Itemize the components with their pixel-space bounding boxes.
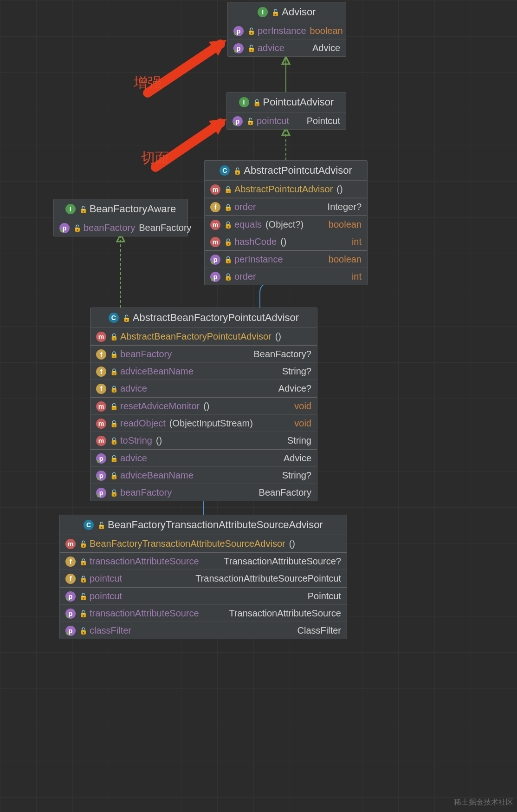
- member-type: void: [294, 401, 311, 412]
- members: m🔓AbstractPointcutAdvisor()f🔒orderIntege…: [205, 181, 367, 285]
- member-name: hashCode: [234, 236, 277, 247]
- member-name: perInstance: [234, 254, 283, 265]
- member-row: f🔒pointcutTransactionAttributeSourcePoin…: [60, 570, 347, 587]
- member-name: adviceBeanName: [120, 366, 194, 377]
- member-row: p🔓pointcutPointcut: [227, 112, 346, 129]
- member-type: TransactionAttributeSource: [229, 608, 341, 619]
- member-type: void: [294, 418, 311, 429]
- member-type: String: [287, 435, 311, 446]
- unlock-icon: 🔓: [247, 45, 254, 51]
- member-name: advice: [258, 43, 284, 53]
- annotation-aspect: 切面: [141, 149, 169, 168]
- member-name: advice: [120, 383, 147, 394]
- member-name: pointcut: [257, 116, 289, 126]
- member-type: Pointcut: [307, 116, 340, 126]
- member-row: m🔓readObject(ObjectInputStream)void: [90, 415, 317, 432]
- class-name: PointcutAdvisor: [263, 96, 334, 108]
- class-title: I 🔓 BeanFactoryAware: [54, 199, 187, 219]
- member-name: beanFactory: [120, 349, 172, 360]
- class-name: AbstractPointcutAdvisor: [244, 164, 352, 177]
- svg-marker-3: [209, 40, 226, 56]
- member-type: Advice: [284, 453, 311, 464]
- lock-icon: 🔓: [253, 99, 259, 105]
- member-type: BeanFactory: [139, 223, 191, 233]
- member-name: resetAdviceMonitor: [120, 401, 200, 412]
- params: (ObjectInputStream): [169, 418, 253, 429]
- method-icon: m: [96, 332, 106, 342]
- member-name: equals: [234, 219, 262, 230]
- params: (): [203, 401, 209, 412]
- member-type: boolean: [329, 219, 362, 230]
- field-icon: f: [65, 557, 76, 567]
- lock-icon: 🔓: [79, 206, 86, 212]
- class-abfpa: C 🔓 AbstractBeanFactoryPointcutAdvisor m…: [90, 308, 317, 501]
- member-name: transactionAttributeSource: [90, 608, 199, 619]
- member-name: advice: [120, 453, 147, 464]
- member-row: f🔒adviceBeanNameString?: [90, 363, 317, 380]
- method-icon: m: [96, 401, 106, 412]
- members: m🔓BeanFactoryTransactionAttributeSourceA…: [60, 535, 347, 639]
- members: p🔓beanFactoryBeanFactory: [54, 219, 187, 236]
- unlock-icon: 🔓: [224, 273, 231, 280]
- member-type: boolean: [329, 254, 362, 265]
- member-type: String?: [282, 366, 311, 377]
- unlock-icon: 🔓: [110, 489, 116, 496]
- class-name: Advisor: [282, 6, 316, 18]
- unlock-icon: 🔓: [110, 420, 116, 426]
- member-row: m🔓AbstractBeanFactoryPointcutAdvisor(): [90, 328, 317, 345]
- member-type: String?: [282, 470, 311, 481]
- member-type: BeanFactory?: [253, 349, 311, 360]
- member-type: ClassFilter: [297, 625, 341, 636]
- class-name: AbstractBeanFactoryPointcutAdvisor: [133, 312, 299, 324]
- unlock-icon: 🔓: [79, 540, 86, 547]
- lock-icon: 🔒: [110, 368, 116, 374]
- member-row: p🔓adviceAdvice: [90, 449, 317, 467]
- member-name: pointcut: [90, 573, 122, 584]
- unlock-icon: 🔓: [224, 256, 231, 262]
- params: (): [275, 331, 281, 342]
- member-type: BeanFactory: [259, 487, 311, 498]
- class-icon: C: [84, 520, 94, 530]
- member-name: BeanFactoryTransactionAttributeSourceAdv…: [90, 538, 285, 549]
- member-type: int: [352, 271, 362, 282]
- member-name: order: [234, 271, 256, 282]
- member-type: boolean: [310, 26, 343, 36]
- lock-icon: 🔓: [233, 167, 240, 174]
- field-icon: f: [96, 367, 106, 377]
- lock-icon: 🔒: [79, 575, 86, 582]
- lock-icon: 🔒: [110, 385, 116, 392]
- member-type: Advice?: [278, 383, 311, 394]
- class-beanfactoryaware: I 🔓 BeanFactoryAware p🔓beanFactoryBeanFa…: [53, 199, 188, 236]
- member-type: int: [352, 236, 362, 247]
- annotation-enhance: 增强: [134, 73, 162, 92]
- unlock-icon: 🔓: [79, 627, 86, 634]
- member-row: m🔓resetAdviceMonitor()void: [90, 397, 317, 415]
- watermark: 稀土掘金技术社区: [454, 798, 513, 807]
- members: p🔓pointcutPointcut: [227, 112, 346, 129]
- class-abstractpointcutadvisor: C 🔓 AbstractPointcutAdvisor m🔓AbstractPo…: [204, 160, 368, 285]
- member-name: AbstractPointcutAdvisor: [234, 184, 333, 195]
- interface-icon: I: [258, 7, 268, 17]
- class-icon: C: [220, 165, 230, 176]
- interface-icon: I: [239, 97, 249, 107]
- member-row: p🔓adviceAdvice: [228, 39, 346, 56]
- member-type: Pointcut: [308, 591, 341, 602]
- class-name: BeanFactoryAware: [90, 203, 176, 215]
- params: (Object?): [265, 219, 304, 230]
- member-row: f🔒beanFactoryBeanFactory?: [90, 345, 317, 363]
- class-title: C 🔓 BeanFactoryTransactionAttributeSourc…: [60, 515, 347, 535]
- params: (): [336, 184, 343, 195]
- member-name: readObject: [120, 418, 166, 429]
- class-name: BeanFactoryTransactionAttributeSourceAdv…: [108, 519, 323, 531]
- method-icon: m: [65, 539, 76, 549]
- class-title: I 🔓 Advisor: [228, 2, 346, 22]
- class-icon: C: [109, 313, 119, 323]
- member-row: p🔓beanFactoryBeanFactory: [54, 219, 187, 236]
- member-row: m🔓AbstractPointcutAdvisor(): [205, 181, 367, 198]
- method-icon: m: [96, 436, 106, 446]
- members: p🔓perInstancebooleanp🔓adviceAdvice: [228, 22, 346, 56]
- member-name: toString: [120, 435, 152, 446]
- method-icon: m: [96, 419, 106, 429]
- unlock-icon: 🔓: [79, 593, 86, 599]
- field-icon: f: [210, 202, 220, 212]
